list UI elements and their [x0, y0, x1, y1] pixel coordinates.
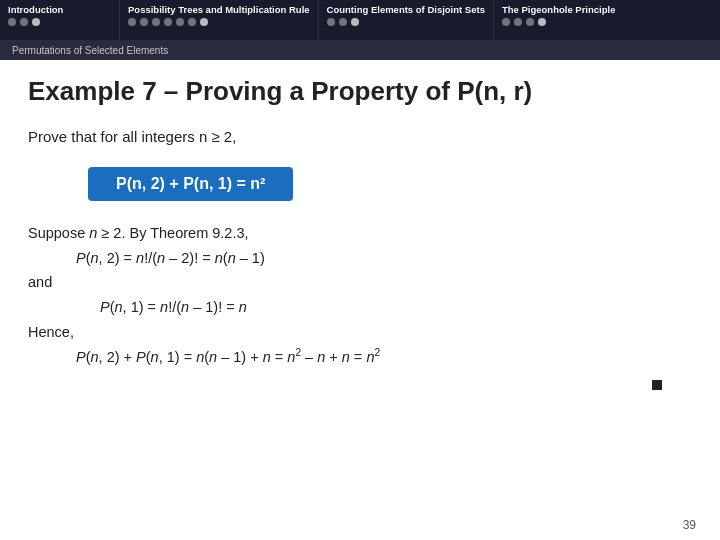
- proof-line-6: P(n, 2) + P(n, 1) = n(n – 1) + n = n2 – …: [76, 344, 692, 369]
- dot-1: [128, 18, 136, 26]
- dot-1: [502, 18, 510, 26]
- subtitle-bar: Permutations of Selected Elements: [0, 40, 720, 60]
- dot-4: [164, 18, 172, 26]
- nav-section-counting[interactable]: Counting Elements of Disjoint Sets: [319, 0, 494, 40]
- dot-2: [514, 18, 522, 26]
- nav-section-title-introduction: Introduction: [8, 4, 111, 15]
- nav-dots-counting: [327, 18, 485, 26]
- dot-2: [140, 18, 148, 26]
- dot-1: [327, 18, 335, 26]
- proof-line-5: Hence,: [28, 320, 692, 345]
- dot-4: [538, 18, 546, 26]
- proof-line-3: and: [28, 270, 692, 295]
- nav-section-pigeonhole[interactable]: The Pigeonhole Principle: [494, 0, 634, 40]
- dot-2: [20, 18, 28, 26]
- proof-section: Suppose n ≥ 2. By Theorem 9.2.3, P(n, 2)…: [28, 221, 692, 370]
- nav-dots-possibility: [128, 18, 310, 26]
- proof-line-4: P(n, 1) = n!/(n – 1)! = n: [100, 295, 692, 320]
- subtitle-text: Permutations of Selected Elements: [12, 45, 168, 56]
- top-navigation: Introduction Possibility Trees and Multi…: [0, 0, 720, 40]
- dot-3: [351, 18, 359, 26]
- nav-dots-pigeonhole: [502, 18, 626, 26]
- dot-1: [8, 18, 16, 26]
- formula-highlight: P(n, 2) + P(n, 1) = n²: [88, 167, 293, 201]
- intro-text: Prove that for all integers n ≥ 2,: [28, 125, 692, 149]
- dot-3: [526, 18, 534, 26]
- page-number: 39: [683, 518, 696, 532]
- nav-section-possibility-trees[interactable]: Possibility Trees and Multiplication Rul…: [120, 0, 319, 40]
- dot-7: [200, 18, 208, 26]
- dot-2: [339, 18, 347, 26]
- dot-3: [32, 18, 40, 26]
- dot-6: [188, 18, 196, 26]
- qed-symbol: [652, 380, 662, 390]
- proof-line-2: P(n, 2) = n!/(n – 2)! = n(n – 1): [76, 246, 692, 271]
- nav-dots-introduction: [8, 18, 111, 26]
- dot-3: [152, 18, 160, 26]
- slide-title: Example 7 – Proving a Property of P(n, r…: [28, 76, 692, 107]
- nav-section-introduction[interactable]: Introduction: [0, 0, 120, 40]
- nav-section-title-pigeonhole: The Pigeonhole Principle: [502, 4, 626, 15]
- proof-line-1: Suppose n ≥ 2. By Theorem 9.2.3,: [28, 221, 692, 246]
- slide-content: Example 7 – Proving a Property of P(n, r…: [0, 60, 720, 406]
- nav-section-title-possibility: Possibility Trees and Multiplication Rul…: [128, 4, 310, 15]
- nav-section-title-counting: Counting Elements of Disjoint Sets: [327, 4, 485, 15]
- dot-5: [176, 18, 184, 26]
